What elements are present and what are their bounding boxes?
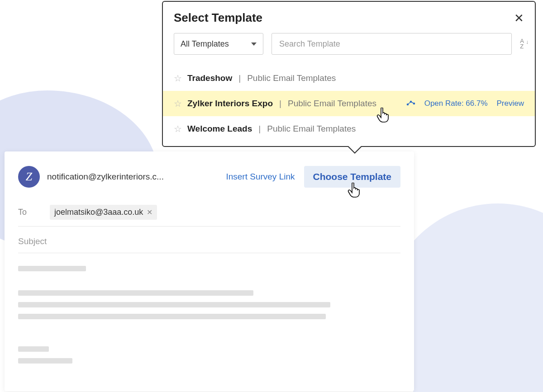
- chevron-down-icon: [251, 43, 257, 46]
- recipient-email: joelmatsiko@3aaa.co.uk: [54, 208, 143, 217]
- recipient-chip[interactable]: joelmatsiko@3aaa.co.uk ✕: [50, 205, 157, 220]
- skeleton-line: [18, 266, 86, 271]
- template-row[interactable]: ☆ Zylker Interiors Expo | Public Email T…: [163, 91, 535, 116]
- template-folder: Public Email Templates: [288, 99, 376, 109]
- arrow-down-icon: ↓: [526, 40, 529, 45]
- svg-line-3: [408, 102, 411, 104]
- template-filter-dropdown[interactable]: All Templates: [174, 33, 263, 55]
- template-row[interactable]: ☆ Tradeshow | Public Email Templates: [163, 66, 535, 91]
- template-list: ☆ Tradeshow | Public Email Templates ☆ Z…: [163, 66, 535, 142]
- sort-az-button[interactable]: A Z ↓: [520, 38, 524, 49]
- skeleton-line: [18, 290, 253, 296]
- popover-arrow: [348, 146, 361, 152]
- star-icon[interactable]: ☆: [174, 123, 182, 134]
- star-icon[interactable]: ☆: [174, 73, 182, 84]
- from-email: notification@zylkerinteriors.c...: [47, 172, 219, 182]
- open-rate-value: Open Rate: 66.7%: [424, 99, 488, 108]
- compose-email-card: Z notification@zylkerinteriors.c... Inse…: [5, 151, 414, 391]
- email-body-placeholder[interactable]: [18, 266, 400, 364]
- separator: |: [258, 124, 261, 134]
- skeleton-line: [18, 314, 326, 319]
- skeleton-line: [18, 346, 49, 352]
- separator: |: [279, 99, 281, 109]
- template-meta: Open Rate: 66.7% Preview: [406, 99, 524, 108]
- subject-placeholder: Subject: [18, 236, 47, 246]
- template-folder: Public Email Templates: [247, 73, 336, 83]
- header-actions: Insert Survey Link Choose Template: [226, 166, 400, 188]
- template-name: Welcome Leads: [187, 124, 252, 134]
- select-template-popover: Select Template ✕ All Templates A Z ↓ ☆ …: [162, 1, 536, 147]
- sender-avatar: Z: [18, 166, 40, 188]
- search-template-input[interactable]: [272, 33, 512, 55]
- template-row[interactable]: ☆ Welcome Leads | Public Email Templates: [163, 116, 535, 142]
- compose-header: Z notification@zylkerinteriors.c... Inse…: [18, 166, 400, 188]
- sort-az-icon: Z: [520, 44, 524, 49]
- preview-link[interactable]: Preview: [497, 99, 524, 108]
- to-label: To: [18, 208, 50, 217]
- template-name: Tradeshow: [187, 73, 232, 83]
- star-icon[interactable]: ☆: [174, 98, 182, 109]
- analytics-icon: [406, 100, 415, 107]
- subject-field[interactable]: Subject: [18, 236, 400, 253]
- insert-survey-link[interactable]: Insert Survey Link: [226, 172, 295, 182]
- template-name: Zylker Interiors Expo: [187, 99, 273, 109]
- template-folder: Public Email Templates: [267, 124, 356, 134]
- popover-controls: All Templates A Z ↓: [163, 33, 535, 63]
- skeleton-line: [18, 302, 330, 307]
- remove-recipient-icon[interactable]: ✕: [147, 208, 152, 217]
- to-field-row[interactable]: To joelmatsiko@3aaa.co.uk ✕: [18, 205, 400, 227]
- skeleton-line: [18, 358, 72, 364]
- close-icon[interactable]: ✕: [514, 12, 524, 24]
- choose-template-button[interactable]: Choose Template: [304, 166, 400, 188]
- popover-header: Select Template ✕: [163, 11, 535, 33]
- filter-selected-value: All Templates: [181, 39, 229, 49]
- popover-title: Select Template: [174, 11, 262, 25]
- separator: |: [238, 73, 241, 83]
